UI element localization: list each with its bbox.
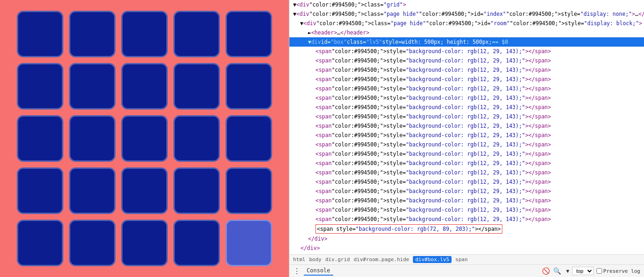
console-search-icon[interactable]: 🔍 — [553, 267, 562, 275]
grid-cell[interactable] — [121, 11, 168, 57]
dom-tree-line[interactable]: <span "color:#994500;">style="background… — [289, 112, 644, 121]
devtools-panel: ▼<div "color:#994500;">class="grid">▼<di… — [289, 0, 644, 277]
dom-tree-line[interactable]: <span "color:#994500;">style="background… — [289, 168, 644, 177]
grid-cell[interactable] — [173, 220, 220, 266]
console-filter-icon[interactable]: 🚫 — [542, 267, 550, 275]
grid-cell[interactable] — [17, 115, 63, 162]
dom-tree-line[interactable]: <span "color:#994500;">style="background… — [289, 56, 644, 65]
breadcrumb-item[interactable]: body — [309, 256, 322, 263]
grid-cell[interactable] — [121, 220, 168, 266]
grid-cell[interactable] — [121, 115, 168, 162]
grid-cell[interactable] — [69, 220, 116, 266]
breadcrumb-item[interactable]: html — [293, 256, 306, 263]
breadcrumb-item[interactable]: div#box.lv5 — [413, 256, 452, 263]
grid-cell[interactable] — [17, 220, 63, 266]
preserve-log-label: Preserve log — [596, 268, 640, 274]
dom-tree-line[interactable]: <span "color:#994500;">style="background… — [289, 103, 644, 112]
breadcrumb-item[interactable]: span — [455, 256, 468, 263]
breadcrumb-item[interactable]: div#room.page.hide — [354, 256, 409, 263]
dom-tree-line[interactable]: ▼<div "color:#994500;">class="grid"> — [289, 0, 644, 9]
console-tab[interactable]: Console — [304, 266, 333, 276]
devtools-menu-icon[interactable]: ⋮ — [293, 267, 300, 276]
game-grid — [7, 1, 281, 276]
dom-tree-line[interactable]: <span "color:#994500;">style="background… — [289, 140, 644, 149]
grid-cell[interactable] — [226, 167, 272, 214]
top-select[interactable]: top — [572, 267, 594, 275]
dom-tree-line[interactable]: <span "color:#994500;">style="background… — [289, 121, 644, 131]
dom-tree-line[interactable]: <span "color:#994500;">style="background… — [289, 131, 644, 140]
preserve-log-checkbox[interactable] — [596, 268, 602, 274]
breadcrumb: html body div.grid div#room.page.hide di… — [289, 254, 644, 264]
grid-cell[interactable] — [226, 115, 272, 162]
grid-cell[interactable] — [173, 63, 220, 110]
grid-cell[interactable] — [226, 11, 272, 57]
grid-cell[interactable] — [69, 63, 116, 110]
grid-cell[interactable] — [226, 63, 272, 110]
grid-cell[interactable] — [69, 115, 116, 162]
devtools-dom-tree[interactable]: ▼<div "color:#994500;">class="grid">▼<di… — [289, 0, 644, 254]
dom-tree-line[interactable]: <span "color:#994500;">style="background… — [289, 215, 644, 224]
dom-tree-line[interactable]: <span "color:#994500;">style="background… — [289, 47, 644, 56]
console-toolbar: 🚫 🔍 ▼ top Preserve log — [542, 267, 640, 275]
dom-tree-line[interactable]: <span "color:#994500;">style="background… — [289, 177, 644, 187]
breadcrumb-item[interactable]: div.grid — [325, 256, 350, 263]
dom-tree-line[interactable]: ▼<div "color:#994500;">class="page hide"… — [289, 9, 644, 19]
dom-tree-line[interactable]: <span "color:#994500;">style="background… — [289, 65, 644, 75]
dom-tree-line[interactable]: ▼<div "color:#994500;">class="page hide"… — [289, 19, 644, 28]
dom-tree-line[interactable]: ▼ div id="box" class="lv5" style= width:… — [289, 37, 644, 47]
grid-cell[interactable] — [17, 63, 63, 110]
grid-cell[interactable] — [121, 167, 168, 214]
dom-tree-line[interactable]: <span "color:#994500;">style="background… — [289, 84, 644, 93]
dom-tree-line[interactable]: <span "color:#994500;">style="background… — [289, 205, 644, 215]
grid-cell[interactable] — [17, 167, 63, 214]
grid-cell[interactable] — [173, 115, 220, 162]
dom-tree-line[interactable]: <span "color:#994500;">style="background… — [289, 159, 644, 168]
preserve-log-text: Preserve log — [603, 268, 640, 274]
dom-tree-line[interactable]: <span style="background-color: rgb(72, 8… — [289, 224, 644, 234]
dom-tree-line[interactable]: </div> — [289, 234, 644, 243]
dom-tree-line[interactable]: <span "color:#994500;">style="background… — [289, 149, 644, 159]
grid-cell[interactable] — [121, 63, 168, 110]
grid-cell[interactable] — [173, 167, 220, 214]
game-panel — [0, 0, 289, 277]
dom-tree-line[interactable]: ►<header>…</header> — [289, 28, 644, 37]
grid-cell[interactable] — [226, 220, 272, 266]
dom-tree-line[interactable]: <span "color:#994500;">style="background… — [289, 75, 644, 84]
dom-tree-line[interactable]: </div> — [289, 243, 644, 253]
top-label: ▼ — [566, 268, 569, 274]
grid-cell[interactable] — [17, 11, 63, 57]
dom-tree-line[interactable]: <span "color:#994500;">style="background… — [289, 196, 644, 205]
dom-tree-line[interactable]: <span "color:#994500;">style="background… — [289, 187, 644, 196]
grid-cell[interactable] — [69, 11, 116, 57]
grid-cell[interactable] — [69, 167, 116, 214]
dom-tree-line[interactable]: <span "color:#994500;">style="background… — [289, 93, 644, 103]
console-bar: ⋮ Console 🚫 🔍 ▼ top Preserve log — [289, 264, 644, 277]
grid-cell[interactable] — [173, 11, 220, 57]
